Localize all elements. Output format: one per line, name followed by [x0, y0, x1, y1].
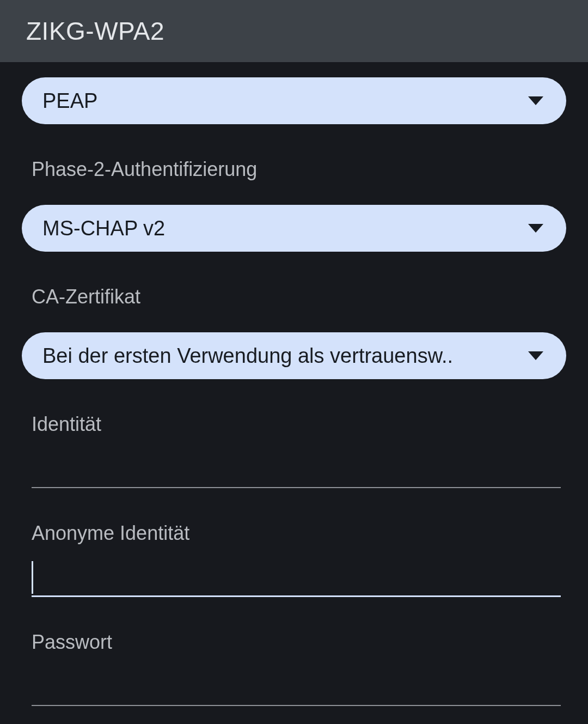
svg-marker-0: [528, 96, 543, 105]
wifi-config-form: PEAP Phase-2-Authentifizierung MS-CHAP v…: [0, 62, 588, 706]
identity-input[interactable]: [32, 436, 561, 488]
ca-certificate-value: Bei der ersten Verwendung als vertrauens…: [42, 344, 453, 368]
svg-marker-1: [528, 224, 543, 233]
phase2-auth-dropdown[interactable]: MS-CHAP v2: [22, 205, 566, 252]
password-input[interactable]: [32, 654, 561, 706]
password-label: Passwort: [22, 631, 566, 654]
dialog-header: ZIKG-WPA2: [0, 0, 588, 62]
ca-certificate-dropdown[interactable]: Bei der ersten Verwendung als vertrauens…: [22, 332, 566, 379]
svg-marker-2: [528, 351, 543, 360]
text-cursor-icon: [32, 561, 33, 594]
anonymous-identity-label: Anonyme Identität: [22, 522, 566, 545]
dropdown-arrow-icon: [528, 351, 543, 360]
identity-label: Identität: [22, 413, 566, 436]
dropdown-arrow-icon: [528, 224, 543, 233]
anonymous-identity-input[interactable]: [32, 545, 561, 597]
dropdown-arrow-icon: [528, 96, 543, 105]
eap-method-value: PEAP: [42, 89, 97, 113]
network-name-title: ZIKG-WPA2: [26, 16, 164, 46]
phase2-auth-label: Phase-2-Authentifizierung: [22, 158, 566, 181]
eap-method-dropdown[interactable]: PEAP: [22, 77, 566, 124]
ca-certificate-label: CA-Zertifikat: [22, 285, 566, 308]
phase2-auth-value: MS-CHAP v2: [42, 217, 165, 240]
